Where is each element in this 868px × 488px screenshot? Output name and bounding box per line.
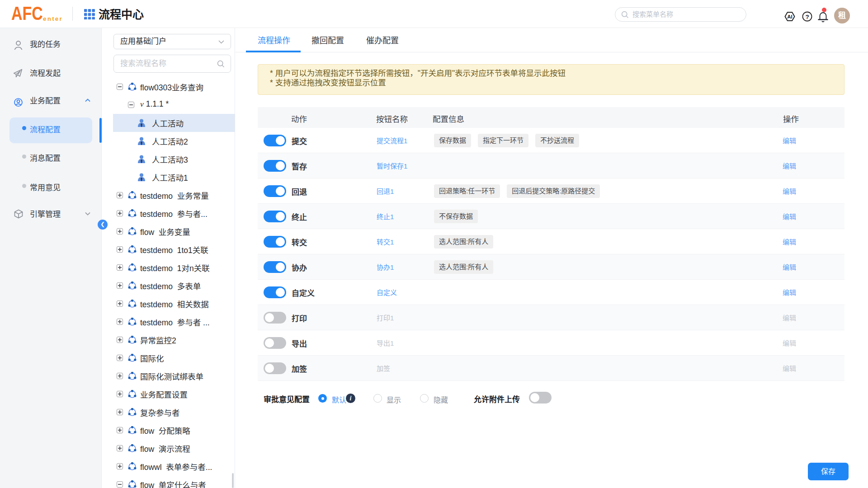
svg-text:AI: AI: [787, 14, 793, 19]
svg-text:?: ?: [805, 14, 809, 20]
